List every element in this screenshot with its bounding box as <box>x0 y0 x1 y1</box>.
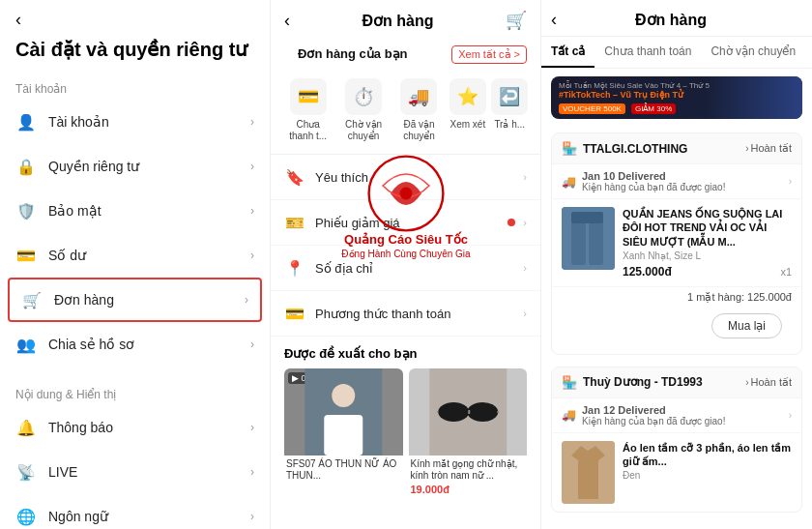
orders-title: Đơn hàng <box>290 12 506 30</box>
menu-phieu-giam-gia[interactable]: 🎫 Phiếu giảm giá › <box>271 200 540 246</box>
chevron-icon: › <box>250 421 254 434</box>
menu-phuong-thuc[interactable]: 💳 Phương thức thanh toán › <box>271 291 540 337</box>
total-row-1: 1 mặt hàng: 125.000đ <box>552 286 801 309</box>
status-tra-hang[interactable]: ↩️ Trả h... <box>491 78 528 142</box>
product-image-2 <box>562 441 615 504</box>
svg-rect-6 <box>468 410 470 414</box>
product-name-1: SFS07 ÁO THUN NỮ ÁO THUN... <box>284 456 403 482</box>
product-card-2[interactable]: Kính mắt gọng chữ nhật, kính tròn nam nữ… <box>409 368 528 497</box>
product-title-1: QUẦN JEANS ỐNG SUỘNG LAI ĐÔI HOT TREND V… <box>623 207 792 249</box>
order-card-2: 🏪 Thuỳ Dương - TD1993 › Hoàn tất 🚚 Jan 1… <box>551 367 802 513</box>
chevron-icon: › <box>523 308 527 319</box>
menu-item-tai-khoan[interactable]: 👤 Tài khoản › <box>0 100 270 144</box>
menu-item-ngon-ngu[interactable]: 🌐 Ngôn ngữ › <box>0 494 270 529</box>
product-card-1[interactable]: ▶ 00:19 SFS07 ÁO THUN NỮ ÁO THUN... <box>284 368 403 497</box>
chevron-icon: › <box>245 293 248 307</box>
product-thumb-2 <box>409 368 528 456</box>
order-status-icons: 💳 Chưa thanh t... ⏱️ Chờ vận chuyển 🚚 Đã… <box>271 74 540 155</box>
menu-label-quyen: Quyền riêng tư <box>48 159 250 174</box>
phuong-thuc-label: Phương thức thanh toán <box>315 307 523 321</box>
bookmark-icon: 🔖 <box>284 166 305 188</box>
shop-name-1[interactable]: TTALGI.CLOTHING <box>583 142 745 156</box>
orders-panel: ‹ Đơn hàng 🛒 Đơn hàng của bạn Xem tất cả… <box>271 0 541 529</box>
svg-rect-2 <box>324 415 362 456</box>
notification-dot <box>508 219 515 226</box>
svg-point-5 <box>467 402 498 422</box>
product-variant-1: Xanh Nhạt, Size L <box>623 250 792 261</box>
shop-name-2[interactable]: Thuỳ Dương - TD1993 <box>583 375 745 389</box>
live-icon: 📡 <box>15 461 37 483</box>
view-all-button[interactable]: Xem tất cả > <box>451 45 527 64</box>
lock-icon: 🔒 <box>15 156 37 177</box>
menu-item-chia-se[interactable]: 👥 Chia sẻ hồ sơ › <box>0 322 270 367</box>
chevron-icon: › <box>250 160 254 173</box>
chevron-icon: › <box>523 171 527 183</box>
dia-chi-label: Số địa chỉ <box>315 261 523 276</box>
product-thumb-1: ▶ 00:19 <box>284 368 403 456</box>
delivery-info-2[interactable]: 🚚 Jan 12 Delivered Kiện hàng của bạn đã … <box>552 398 801 433</box>
product-row-2: Áo len tầm cỡ 3 phần, áo len tầm giữ ấm.… <box>552 433 801 512</box>
chevron-icon: › <box>250 115 254 129</box>
svg-point-4 <box>438 402 469 422</box>
menu-item-live[interactable]: 📡 LIVE › <box>0 450 270 494</box>
price-row-1: 125.000đ x1 <box>623 265 792 279</box>
suggest-title: Được đề xuất cho bạn <box>271 337 540 368</box>
chevron-icon: › <box>250 338 254 351</box>
status-cho-van[interactable]: ⏱️ Chờ vận chuyển <box>338 78 389 142</box>
status-chua-tt[interactable]: 💳 Chưa thanh t... <box>283 78 334 142</box>
chevron-icon: › <box>250 204 254 218</box>
product-variant-2: Đen <box>623 470 792 481</box>
settings-header: ‹ <box>0 0 270 38</box>
product-info-1: QUẦN JEANS ỐNG SUỘNG LAI ĐÔI HOT TREND V… <box>623 207 792 279</box>
order-detail-panel: ‹ Đơn hàng Tất cả Chưa thanh toán Chờ vậ… <box>541 0 812 529</box>
product-info-2: Áo len tầm cỡ 3 phần, áo len tầm giữ ấm.… <box>623 441 792 504</box>
chevron-icon: › <box>250 249 254 262</box>
delivery-note-1: Kiện hàng của bạn đã được giao! <box>582 182 725 192</box>
shop-icon-1: 🏪 <box>562 141 577 156</box>
chua-tt-icon: 💳 <box>290 78 327 115</box>
menu-item-bao-mat[interactable]: 🛡️ Bảo mật › <box>0 189 270 233</box>
banner-voucher: VOUCHER 500K <box>559 103 625 114</box>
svg-point-1 <box>332 384 355 407</box>
address-icon: 📍 <box>284 257 305 279</box>
phieu-label: Phiếu giảm giá <box>315 216 508 230</box>
menu-item-so-du[interactable]: 💳 Số dư › <box>0 233 270 278</box>
account-section-label: Tài khoản <box>0 73 270 100</box>
settings-panel: ‹ Cài đặt và quyền riêng tư Tài khoản 👤 … <box>0 0 271 529</box>
tra-hang-icon: ↩️ <box>491 78 528 115</box>
back-button[interactable]: ‹ <box>15 10 21 30</box>
tab-tat-ca[interactable]: Tất cả <box>541 37 594 68</box>
cart-header-icon[interactable]: 🛒 <box>506 10 527 31</box>
user-icon: 👤 <box>15 111 37 132</box>
menu-item-don-hang[interactable]: 🛒 Đơn hàng › <box>8 278 262 322</box>
order-status-1: Hoàn tất <box>751 142 792 155</box>
order-detail-title: Đơn hàng <box>557 11 785 29</box>
order-status-2: Hoàn tất <box>751 376 792 389</box>
shop-icon-2: 🏪 <box>562 375 577 390</box>
product-price-2: 19.000đ <box>409 482 528 497</box>
da-van-label: Đã vận chuyển <box>393 119 444 142</box>
reorder-button-1[interactable]: Mua lại <box>711 313 782 338</box>
status-da-van[interactable]: 🚚 Đã vận chuyển <box>393 78 444 142</box>
delivery-info-1[interactable]: 🚚 Jan 10 Delivered Kiện hàng của bạn đã … <box>552 164 801 199</box>
menu-item-quyen-rieng-tu[interactable]: 🔒 Quyền riêng tư › <box>0 144 270 189</box>
chevron-icon: › <box>250 510 254 523</box>
banner-discount: GIẢM 30% <box>631 103 676 114</box>
banner-hashtag: #TikTokTech – Vũ Trụ Điện Tử <box>559 90 795 102</box>
menu-label-ngon-ngu: Ngôn ngữ <box>48 509 250 524</box>
status-xem-xet[interactable]: ⭐ Xem xét <box>450 78 486 142</box>
suggested-products: ▶ 00:19 SFS07 ÁO THUN NỮ ÁO THUN... <box>271 368 540 497</box>
share-icon: 👥 <box>15 334 37 355</box>
tab-da-van[interactable]: Đa... <box>805 37 812 68</box>
product-title-2: Áo len tầm cỡ 3 phần, áo len tầm giữ ấm.… <box>623 441 792 469</box>
banner-ad[interactable]: Mỗi Tuần Một Siêu Sale Vào Thứ 4 – Thứ 5… <box>551 76 802 119</box>
delivery-icon-2: 🚚 <box>562 408 576 422</box>
menu-yeu-thich[interactable]: 🔖 Yêu thích › <box>271 155 540 200</box>
tra-hang-label: Trả h... <box>494 119 525 131</box>
menu-so-dia-chi[interactable]: 📍 Số địa chỉ › <box>271 246 540 291</box>
menu-item-thong-bao[interactable]: 🔔 Thông báo › <box>0 405 270 450</box>
tab-chua-tt[interactable]: Chưa thanh toán <box>594 37 701 68</box>
shield-icon: 🛡️ <box>15 200 37 221</box>
delivery-note-2: Kiện hàng của bạn đã được giao! <box>582 416 725 426</box>
tab-cho-van[interactable]: Chờ vận chuyển <box>701 37 805 68</box>
